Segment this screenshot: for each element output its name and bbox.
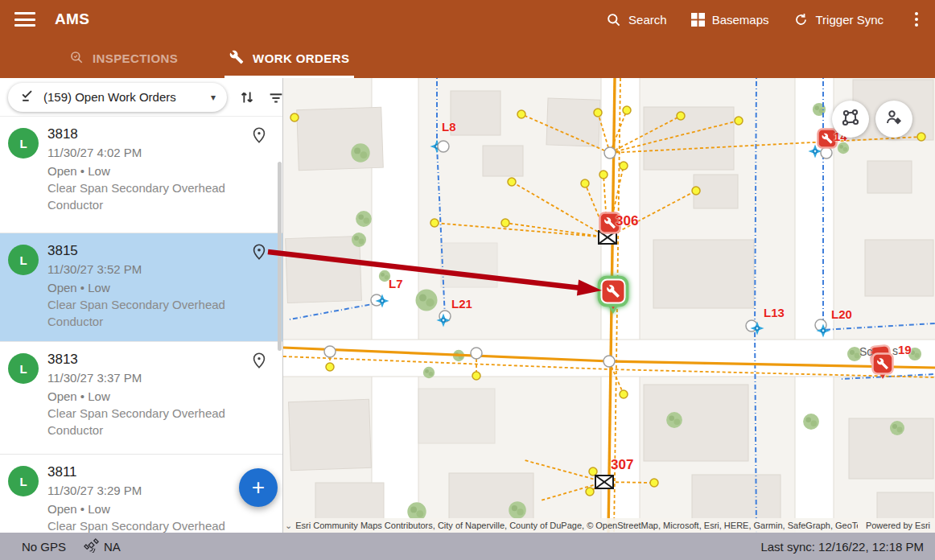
trigger-sync-label: Trigger Sync — [816, 13, 884, 27]
overflow-menu-icon[interactable] — [909, 10, 924, 28]
filter-dropdown-value: (159) Open Work Orders — [43, 90, 203, 104]
basemaps-label: Basemaps — [712, 13, 769, 27]
map-label-l8: L8 — [442, 120, 456, 134]
avatar: L — [8, 128, 39, 159]
work-order-id: 3818 — [47, 126, 250, 142]
zoom-to-location-pin-icon[interactable] — [250, 126, 268, 144]
tab-work-orders-label: WORK ORDERS — [253, 51, 349, 65]
checklist-icon — [19, 88, 35, 107]
work-order-datetime: 11/30/27 3:52 PM — [47, 261, 250, 278]
content-area: (159) Open Work Orders ▾ L — [0, 78, 935, 533]
basemaps-button[interactable]: Basemaps — [691, 13, 769, 27]
last-sync-status: Last sync: 12/16/22, 12:18 PM — [760, 540, 924, 554]
map-canvas[interactable]: L8 L7 L21 L13 L20 306 307 14 Sc s 19 — [283, 78, 935, 533]
work-order-datetime: 11/30/27 3:29 PM — [47, 482, 250, 499]
basemaps-grid-icon — [691, 13, 705, 27]
work-order-status: Open • Low — [47, 388, 250, 405]
attribution-text: Esri Community Maps Contributors, City o… — [295, 521, 858, 530]
search-button[interactable]: Search — [606, 12, 667, 27]
person-location-icon — [884, 108, 904, 130]
map-attribution-bar: ⌄ Esri Community Maps Contributors, City… — [283, 518, 935, 533]
map-label-s: s — [892, 344, 898, 357]
satellite-icon — [84, 537, 99, 555]
avatar: L — [8, 466, 39, 496]
map-label-l13: L13 — [764, 306, 785, 319]
add-work-order-button[interactable]: + — [239, 468, 278, 507]
work-order-id: 3813 — [47, 352, 250, 368]
work-order-filter-dropdown[interactable]: (159) Open Work Orders ▾ — [8, 83, 227, 112]
plus-icon: + — [252, 475, 265, 500]
sketch-select-button[interactable] — [832, 101, 869, 138]
attribution-collapse-icon[interactable]: ⌄ — [285, 521, 292, 531]
work-order-id: 3811 — [47, 464, 250, 480]
gps-status: No GPS — [22, 540, 66, 554]
map-label-sc: Sc — [859, 345, 872, 358]
work-orders-wrench-icon — [229, 50, 244, 67]
work-order-description: Clear Span Secondary Overhead Conductor — [47, 296, 250, 330]
trigger-sync-button[interactable]: Trigger Sync — [793, 12, 884, 27]
tab-bar: INSPECTIONS WORK ORDERS — [0, 39, 935, 78]
sort-button[interactable] — [238, 86, 256, 109]
list-scrollbar[interactable] — [278, 162, 282, 351]
work-order-status: Open • Low — [47, 279, 250, 296]
app-header: AMS Search Basemaps Trigg — [0, 0, 935, 39]
list-toolbar: (159) Open Work Orders ▾ — [0, 78, 282, 117]
polygon-select-icon — [841, 108, 860, 130]
app-title: AMS — [55, 10, 89, 28]
network-status: NA — [104, 540, 121, 554]
sync-icon — [793, 12, 809, 27]
zoom-to-location-pin-icon[interactable] — [250, 352, 268, 369]
inspections-magnifier-icon — [69, 50, 84, 67]
tab-inspections[interactable]: INSPECTIONS — [64, 40, 183, 78]
work-order-list: L 3818 11/30/27 4:02 PM Open • Low Clear… — [0, 117, 282, 533]
search-icon — [606, 12, 621, 27]
zoom-to-location-pin-icon[interactable] — [250, 243, 268, 261]
work-order-description: Clear Span Secondary Overhead Conductor — [47, 405, 250, 439]
work-order-status: Open • Low — [47, 500, 250, 517]
work-order-description: Clear Span Secondary Overhead Conductor — [47, 179, 250, 213]
basemap-graphics — [283, 78, 935, 533]
chevron-down-icon: ▾ — [211, 92, 216, 103]
track-location-button[interactable] — [875, 101, 912, 138]
work-order-row-3813[interactable]: L 3813 11/30/27 3:37 PM Open • Low Clear… — [0, 342, 282, 455]
map-label-307: 307 — [611, 457, 633, 473]
map-label-306: 306 — [616, 213, 638, 229]
map-label-l21: L21 — [451, 297, 472, 311]
filter-button[interactable] — [267, 86, 283, 109]
hamburger-menu-icon[interactable] — [14, 12, 35, 27]
map-label-l7: L7 — [389, 277, 403, 290]
map-label-l20: L20 — [831, 307, 852, 321]
avatar: L — [8, 353, 39, 384]
work-order-row-3818[interactable]: L 3818 11/30/27 4:02 PM Open • Low Clear… — [0, 117, 282, 233]
work-orders-sidebar: (159) Open Work Orders ▾ L — [0, 78, 283, 533]
avatar: L — [8, 245, 39, 275]
work-order-id: 3815 — [47, 243, 250, 259]
tab-inspections-label: INSPECTIONS — [93, 51, 178, 65]
work-order-row-3815-selected[interactable]: L 3815 11/30/27 3:52 PM Open • Low Clear… — [0, 233, 282, 342]
work-order-datetime: 11/30/27 4:02 PM — [47, 144, 250, 161]
work-order-description: Clear Span Secondary Overhead Conductor — [47, 517, 250, 533]
map-label-19: 19 — [898, 343, 912, 356]
status-bar: No GPS NA Last sync: 12/16/22, 12:18 PM — [0, 533, 935, 560]
work-order-datetime: 11/30/27 3:37 PM — [47, 369, 250, 386]
tab-work-orders[interactable]: WORK ORDERS — [224, 40, 354, 78]
powered-by-esri: Powered by Esri — [866, 521, 930, 530]
ams-app-window: AMS Search Basemaps Trigg — [0, 0, 935, 560]
work-order-status: Open • Low — [47, 163, 250, 179]
search-label: Search — [628, 13, 667, 27]
